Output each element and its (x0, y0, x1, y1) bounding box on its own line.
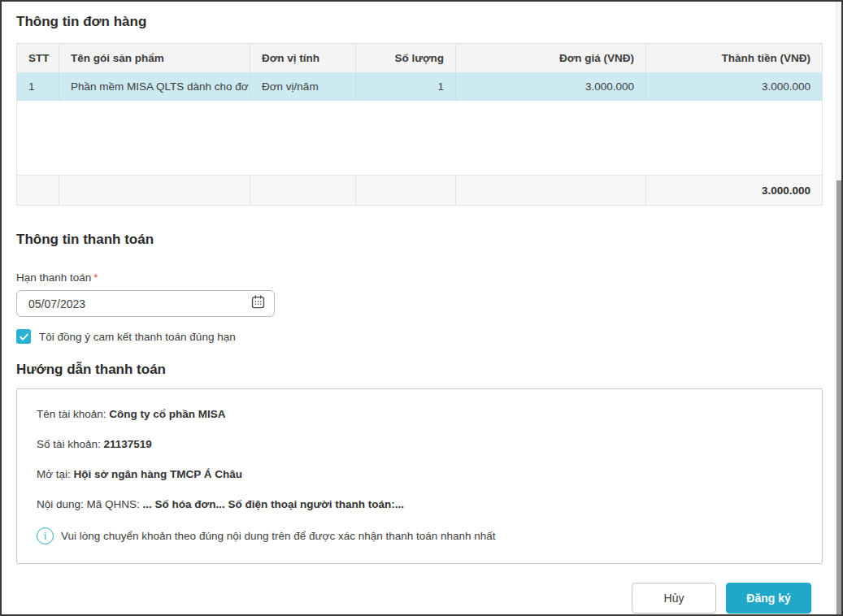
col-header-amount: Thành tiền (VNĐ) (645, 44, 822, 72)
note-line: i Vui lòng chuyển khoản theo đúng nội du… (37, 527, 802, 544)
account-name-value: Công ty cổ phần MISA (109, 408, 225, 420)
col-header-unit: Đơn vị tính (250, 44, 355, 72)
footer-cell-empty (455, 176, 645, 205)
order-info-title: Thông tin đơn hàng (16, 13, 823, 31)
due-date-label-text: Hạn thanh toán (16, 271, 91, 284)
payment-guide-title: Hướng dẫn thanh toán (16, 361, 823, 379)
footer-cell-empty (59, 176, 250, 205)
account-name-line: Tên tài khoản: Công ty cổ phần MISA (37, 407, 802, 422)
cell-unit-price: 3.000.000 (455, 72, 645, 101)
order-table: STT Tên gói sản phẩm Đơn vị tính Số lượn… (16, 43, 823, 206)
order-registration-page: Thông tin đơn hàng STT Tên gói sản phẩm … (0, 0, 843, 616)
transfer-content-label: Nội dung: Mã QHNS: (37, 498, 143, 510)
bank-value: Hội sở ngân hàng TMCP Á Châu (74, 468, 242, 480)
bank-line: Mở tại: Hội sở ngân hàng TMCP Á Châu (37, 467, 802, 482)
info-glyph: i (44, 531, 46, 541)
calendar-icon[interactable] (250, 294, 266, 313)
col-header-stt: STT (17, 44, 59, 72)
due-date-value: 05/07/2023 (28, 297, 250, 310)
footer-cell-empty (355, 176, 455, 205)
table-row[interactable]: 1 Phần mềm MISA QLTS dành cho đơ... Đơn … (17, 72, 822, 101)
footer-cell-empty (250, 176, 355, 205)
payment-info-title: Thông tin thanh toán (16, 231, 823, 249)
col-header-quantity: Số lượng (355, 44, 455, 72)
note-text: Vui lòng chuyển khoản theo đúng nội dung… (61, 530, 496, 542)
agree-row: Tôi đồng ý cam kết thanh toán đúng hạn (16, 329, 823, 344)
account-name-label: Tên tài khoản: (37, 408, 109, 420)
register-button[interactable]: Đăng ký (726, 583, 811, 614)
cell-amount: 3.000.000 (645, 72, 822, 101)
cell-stt: 1 (17, 72, 59, 101)
scrollbar-thumb[interactable] (836, 180, 841, 614)
agree-checkbox[interactable] (16, 329, 31, 344)
agree-label: Tôi đồng ý cam kết thanh toán đúng hạn (39, 331, 236, 343)
order-table-header-row: STT Tên gói sản phẩm Đơn vị tính Số lượn… (17, 44, 822, 72)
transfer-content-value: ... Số hóa đơn... Số điện thoại người th… (143, 498, 404, 510)
payment-guide-box: Tên tài khoản: Công ty cổ phần MISA Số t… (16, 388, 823, 564)
cancel-button[interactable]: Hủy (632, 583, 716, 614)
footer-total-amount: 3.000.000 (645, 176, 822, 205)
col-header-unit-price: Đơn giá (VNĐ) (455, 44, 645, 72)
check-icon (19, 332, 29, 342)
cell-quantity: 1 (355, 72, 455, 101)
action-bar: Hủy Đăng ký (16, 583, 823, 614)
info-icon: i (37, 527, 54, 544)
account-number-line: Số tài khoản: 21137519 (37, 437, 802, 452)
bank-label: Mở tại: (37, 468, 74, 480)
transfer-content-line: Nội dung: Mã QHNS: ... Số hóa đơn... Số … (37, 497, 802, 512)
account-number-label: Số tài khoản: (37, 438, 104, 450)
table-empty-space (17, 101, 822, 175)
required-asterisk: * (93, 271, 98, 284)
cell-unit: Đơn vị/năm (250, 72, 355, 101)
vertical-scrollbar[interactable] (836, 2, 841, 614)
due-date-input[interactable]: 05/07/2023 (16, 290, 275, 317)
due-date-label: Hạn thanh toán* (16, 271, 823, 284)
footer-cell-empty (17, 176, 59, 205)
col-header-product: Tên gói sản phẩm (59, 44, 250, 72)
account-number-value: 21137519 (104, 438, 152, 450)
order-table-footer-row: 3.000.000 (17, 175, 822, 205)
cell-product: Phần mềm MISA QLTS dành cho đơ... (59, 72, 250, 101)
